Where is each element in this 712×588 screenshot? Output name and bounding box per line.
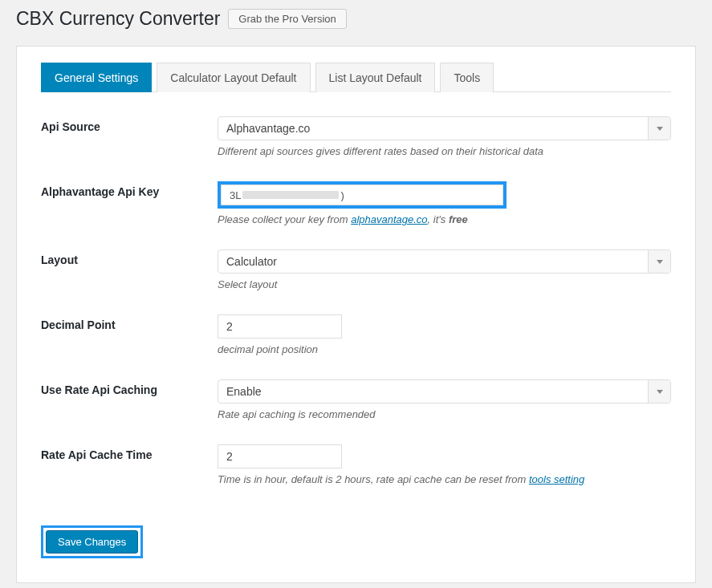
api-key-suffix: ) — [340, 189, 344, 201]
caching-help: Rate api caching is recommended — [218, 408, 671, 420]
settings-panel: General Settings Calculator Layout Defau… — [16, 46, 696, 583]
alphavantage-link[interactable]: alphavantage.co — [351, 213, 427, 225]
cache-time-input[interactable] — [218, 444, 342, 468]
mask-icon — [242, 191, 339, 199]
tab-calculator-layout[interactable]: Calculator Layout Default — [157, 63, 310, 92]
api-key-help: Please collect your key from alphavantag… — [218, 213, 671, 225]
tab-tools[interactable]: Tools — [440, 63, 494, 92]
tabs-nav: General Settings Calculator Layout Defau… — [41, 63, 671, 92]
cache-time-help: Time is in hour, default is 2 hours, rat… — [218, 473, 671, 485]
tab-list-layout[interactable]: List Layout Default — [315, 63, 436, 92]
tab-general-settings[interactable]: General Settings — [41, 63, 152, 92]
layout-label: Layout — [41, 249, 218, 290]
caching-value: Enable — [226, 385, 262, 398]
chevron-down-icon — [648, 250, 670, 273]
cache-time-label: Rate Api Cache Time — [41, 444, 218, 485]
layout-select[interactable]: Calculator — [218, 249, 671, 274]
caching-select[interactable]: Enable — [218, 379, 671, 403]
page-title: CBX Currency Converter — [16, 8, 220, 30]
layout-value: Calculator — [226, 255, 277, 268]
api-source-label: Api Source — [41, 116, 218, 157]
api-source-help: Different api sources gives different ra… — [218, 145, 671, 157]
api-key-prefix: 3L — [230, 189, 241, 201]
chevron-down-icon — [648, 380, 670, 403]
save-changes-button[interactable]: Save Changes — [46, 530, 138, 554]
api-source-select[interactable]: Alphavantage.co — [218, 116, 671, 140]
api-key-input[interactable]: 3L ) — [221, 185, 503, 205]
tools-setting-link[interactable]: tools setting — [529, 473, 584, 485]
api-source-value: Alphavantage.co — [226, 122, 310, 135]
decimal-point-help: decimal point position — [218, 343, 671, 355]
decimal-point-label: Decimal Point — [41, 314, 218, 355]
decimal-point-input[interactable] — [218, 314, 342, 339]
api-key-label: Alphavantage Api Key — [41, 181, 218, 225]
chevron-down-icon — [648, 117, 670, 140]
layout-help: Select layout — [218, 278, 671, 290]
grab-pro-button[interactable]: Grab the Pro Version — [228, 9, 346, 29]
caching-label: Use Rate Api Caching — [41, 379, 218, 420]
